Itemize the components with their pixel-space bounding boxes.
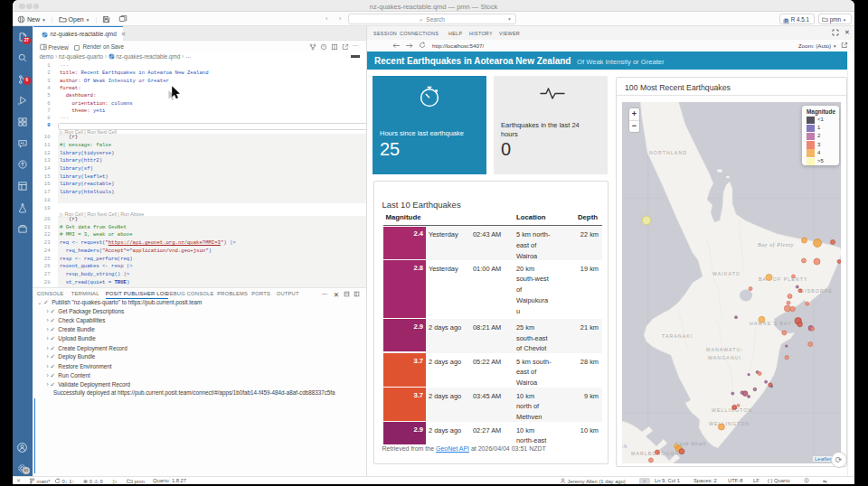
svg-text:WAIKATO: WAIKATO [712, 271, 741, 276]
svg-text:GISBORNE: GISBORNE [800, 288, 833, 294]
svg-text:TARANAKI: TARANAKI [662, 333, 693, 339]
svg-text:MANAWATU-: MANAWATU- [706, 347, 743, 352]
svg-text:AN: AN [622, 444, 627, 449]
svg-text:NORTHLAND: NORTHLAND [649, 150, 687, 155]
svg-text:HAWKE'S BAY: HAWKE'S BAY [750, 321, 792, 326]
svg-text:Bay of Plenty: Bay of Plenty [758, 242, 794, 248]
svg-text:WANGANUI: WANGANUI [708, 355, 741, 360]
svg-text:WELLINGTON: WELLINGTON [709, 421, 750, 426]
